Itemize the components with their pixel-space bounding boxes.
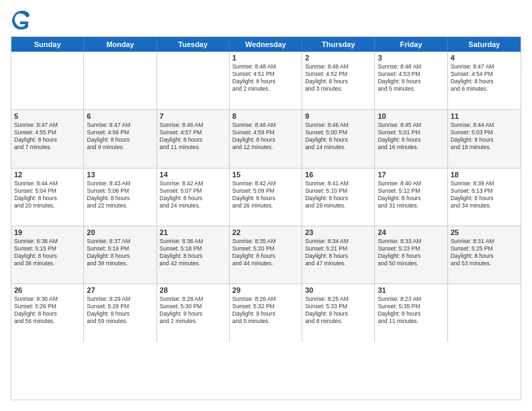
calendar-cell: 20Sunrise: 8:37 AMSunset: 5:16 PMDayligh…	[84, 226, 157, 283]
cell-info-line: Sunrise: 8:44 AM	[14, 180, 81, 187]
calendar-cell: 3Sunrise: 8:48 AMSunset: 4:53 PMDaylight…	[375, 52, 447, 109]
calendar-cell: 15Sunrise: 8:42 AMSunset: 5:09 PMDayligh…	[230, 169, 302, 226]
cell-info-line: and 50 minutes.	[378, 260, 444, 267]
cell-info-line: Daylight: 9 hours	[378, 310, 444, 318]
cell-info-line: Daylight: 8 hours	[87, 253, 153, 260]
calendar-cell: 29Sunrise: 8:26 AMSunset: 5:32 PMDayligh…	[230, 284, 302, 341]
cell-info-line: and 11 minutes.	[378, 318, 444, 325]
cell-info-line: and 29 minutes.	[305, 202, 371, 210]
calendar-cell: 28Sunrise: 8:28 AMSunset: 5:30 PMDayligh…	[157, 284, 230, 341]
cell-info-line: and 44 minutes.	[232, 260, 299, 267]
cell-info-line: Sunrise: 8:30 AM	[14, 295, 81, 303]
day-number: 4	[451, 54, 518, 62]
logo-icon	[11, 11, 30, 30]
cell-info-line: Daylight: 8 hours	[14, 253, 81, 260]
day-number: 6	[87, 112, 153, 120]
cell-info-line: Daylight: 8 hours	[232, 253, 299, 260]
calendar-row: 26Sunrise: 8:30 AMSunset: 5:26 PMDayligh…	[11, 283, 521, 341]
cell-info-line: Sunrise: 8:29 AM	[87, 295, 153, 303]
cell-info-line: Sunset: 5:06 PM	[87, 187, 153, 195]
day-number: 31	[378, 286, 444, 294]
cell-info-line: and 9 minutes.	[87, 144, 153, 151]
calendar-cell	[84, 52, 157, 109]
cell-info-line: Daylight: 8 hours	[232, 78, 299, 85]
cell-info-line: Sunrise: 8:40 AM	[378, 180, 444, 187]
day-number: 29	[232, 286, 299, 294]
calendar-cell	[157, 52, 230, 109]
cell-info-line: Daylight: 9 hours	[232, 310, 299, 318]
calendar-cell: 10Sunrise: 8:45 AMSunset: 5:01 PMDayligh…	[375, 110, 447, 167]
day-number: 20	[87, 228, 153, 236]
cell-info-line: Daylight: 8 hours	[160, 253, 226, 260]
calendar-cell: 27Sunrise: 8:29 AMSunset: 5:28 PMDayligh…	[84, 284, 157, 341]
cell-info-line: Sunset: 4:53 PM	[378, 71, 444, 78]
cell-info-line: Sunset: 5:33 PM	[305, 303, 371, 310]
calendar-row: 19Sunrise: 8:38 AMSunset: 5:15 PMDayligh…	[11, 226, 521, 283]
calendar-cell: 12Sunrise: 8:44 AMSunset: 5:04 PMDayligh…	[11, 169, 84, 226]
day-number: 5	[14, 112, 81, 120]
page: SundayMondayTuesdayWednesdayThursdayFrid…	[0, 0, 532, 411]
cell-info-line: and 26 minutes.	[232, 202, 299, 210]
cell-info-line: Sunrise: 8:47 AM	[451, 63, 518, 71]
header-cell-tuesday: Tuesday	[157, 37, 230, 52]
cell-info-line: Sunset: 5:20 PM	[232, 245, 299, 253]
cell-info-line: Sunrise: 8:46 AM	[160, 122, 226, 129]
cell-info-line: Sunset: 5:04 PM	[14, 187, 81, 195]
cell-info-line: and 24 minutes.	[160, 202, 226, 210]
cell-info-line: Daylight: 8 hours	[451, 253, 518, 260]
logo	[11, 11, 31, 30]
cell-info-line: and 42 minutes.	[160, 260, 226, 267]
day-number: 7	[160, 112, 226, 120]
cell-info-line: Daylight: 8 hours	[14, 195, 81, 202]
cell-info-line: and 2 minutes.	[232, 85, 299, 93]
cell-info-line: Sunrise: 8:38 AM	[14, 238, 81, 245]
cell-info-line: Sunset: 4:55 PM	[14, 129, 81, 136]
cell-info-line: Sunrise: 8:48 AM	[232, 63, 299, 71]
calendar-row: 12Sunrise: 8:44 AMSunset: 5:04 PMDayligh…	[11, 168, 521, 226]
cell-info-line: Daylight: 8 hours	[378, 78, 444, 85]
cell-info-line: and 59 minutes.	[87, 318, 153, 325]
cell-info-line: Sunset: 5:09 PM	[232, 187, 299, 195]
cell-info-line: Sunset: 4:56 PM	[87, 129, 153, 136]
day-number: 23	[305, 228, 371, 236]
day-number: 1	[232, 54, 299, 62]
calendar-cell: 7Sunrise: 8:46 AMSunset: 4:57 PMDaylight…	[157, 110, 230, 167]
day-number: 28	[160, 286, 226, 294]
cell-info-line: Daylight: 8 hours	[232, 136, 299, 144]
cell-info-line: Sunrise: 8:48 AM	[378, 63, 444, 71]
cell-info-line: Sunrise: 8:42 AM	[160, 180, 226, 187]
cell-info-line: Sunrise: 8:31 AM	[451, 238, 518, 245]
cell-info-line: Daylight: 8 hours	[305, 78, 371, 85]
calendar-row: 5Sunrise: 8:47 AMSunset: 4:55 PMDaylight…	[11, 109, 521, 167]
calendar-cell: 17Sunrise: 8:40 AMSunset: 5:12 PMDayligh…	[375, 169, 447, 226]
cell-info-line: Sunset: 5:18 PM	[160, 245, 226, 253]
cell-info-line: Daylight: 8 hours	[160, 136, 226, 144]
cell-info-line: Sunrise: 8:34 AM	[305, 238, 371, 245]
cell-info-line: Daylight: 8 hours	[378, 136, 444, 144]
cell-info-line: Daylight: 9 hours	[160, 310, 226, 318]
cell-info-line: Sunset: 4:51 PM	[232, 71, 299, 78]
cell-info-line: Sunset: 5:35 PM	[378, 303, 444, 310]
cell-info-line: Sunset: 5:21 PM	[305, 245, 371, 253]
day-number: 8	[232, 112, 299, 120]
header-cell-thursday: Thursday	[302, 37, 375, 52]
calendar-cell: 8Sunrise: 8:46 AMSunset: 4:59 PMDaylight…	[230, 110, 302, 167]
day-number: 19	[14, 228, 81, 236]
header	[11, 11, 521, 30]
day-number: 17	[378, 171, 444, 179]
calendar: SundayMondayTuesdayWednesdayThursdayFrid…	[11, 36, 521, 400]
calendar-cell: 24Sunrise: 8:33 AMSunset: 5:23 PMDayligh…	[375, 226, 447, 283]
cell-info-line: Daylight: 8 hours	[305, 253, 371, 260]
cell-info-line: Sunset: 5:25 PM	[451, 245, 518, 253]
cell-info-line: Sunrise: 8:41 AM	[305, 180, 371, 187]
day-number: 22	[232, 228, 299, 236]
cell-info-line: and 36 minutes.	[14, 260, 81, 267]
header-cell-friday: Friday	[375, 37, 447, 52]
cell-info-line: Daylight: 8 hours	[87, 310, 153, 318]
cell-info-line: Sunrise: 8:43 AM	[87, 180, 153, 187]
cell-info-line: Sunrise: 8:48 AM	[305, 63, 371, 71]
calendar-cell: 14Sunrise: 8:42 AMSunset: 5:07 PMDayligh…	[157, 169, 230, 226]
calendar-cell: 5Sunrise: 8:47 AMSunset: 4:55 PMDaylight…	[11, 110, 84, 167]
cell-info-line: Sunset: 5:13 PM	[451, 187, 518, 195]
cell-info-line: and 2 minutes.	[160, 318, 226, 325]
